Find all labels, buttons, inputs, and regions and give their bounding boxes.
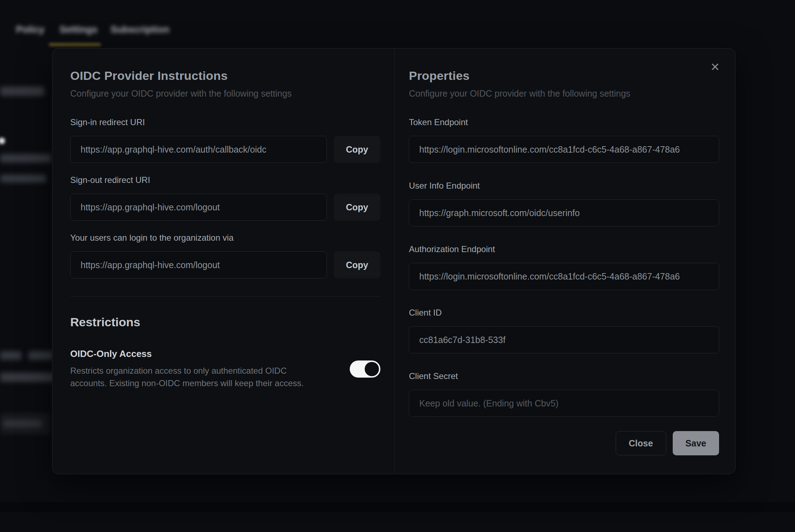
blurred-content <box>0 373 55 382</box>
save-button[interactable]: Save <box>673 431 719 455</box>
oidc-only-access-text: OIDC-Only Access Restricts organization … <box>70 348 320 389</box>
authorization-endpoint-row <box>409 263 719 290</box>
blurred-content <box>0 138 5 144</box>
blurred-content <box>0 87 45 96</box>
client-secret-label: Client Secret <box>409 371 719 381</box>
oidc-provider-modal: ✕ OIDC Provider Instructions Configure y… <box>52 48 735 474</box>
client-id-label: Client ID <box>409 308 719 318</box>
sign-out-redirect-uri-input[interactable] <box>70 194 327 221</box>
oidc-only-access-description: Restricts organization access to only au… <box>70 364 320 389</box>
blurred-content <box>0 154 52 163</box>
close-icon: ✕ <box>711 61 720 73</box>
blurred-content <box>29 351 53 360</box>
copy-button[interactable]: Copy <box>334 136 380 163</box>
client-id-input[interactable] <box>409 326 719 353</box>
user-info-endpoint-input[interactable] <box>409 199 719 226</box>
blurred-content <box>3 420 42 427</box>
copy-button[interactable]: Copy <box>334 251 380 278</box>
client-secret-row <box>409 390 719 417</box>
properties-title: Properties <box>409 69 719 83</box>
properties-subtitle: Configure your OIDC provider with the fo… <box>409 88 719 99</box>
tab-settings[interactable]: Settings <box>60 24 98 35</box>
login-via-label: Your users can login to the organization… <box>70 233 380 243</box>
active-tab-indicator <box>49 44 101 46</box>
instructions-subtitle: Configure your OIDC provider with the fo… <box>70 88 380 99</box>
tab-policy[interactable]: Policy <box>16 24 45 35</box>
token-endpoint-input[interactable] <box>409 136 719 163</box>
tab-subscription[interactable]: Subscription <box>111 24 169 35</box>
authorization-endpoint-label: Authorization Endpoint <box>409 244 719 254</box>
user-info-endpoint-label: User Info Endpoint <box>409 181 719 191</box>
user-info-endpoint-row <box>409 199 719 226</box>
sign-out-redirect-uri-row: Copy <box>70 194 380 221</box>
restrictions-heading: Restrictions <box>70 315 380 329</box>
copy-button[interactable]: Copy <box>334 194 380 221</box>
token-endpoint-row <box>409 136 719 163</box>
instructions-title: OIDC Provider Instructions <box>70 69 380 83</box>
oidc-only-access-toggle[interactable] <box>350 360 380 378</box>
token-endpoint-label: Token Endpoint <box>409 117 719 127</box>
instructions-column: OIDC Provider Instructions Configure you… <box>52 48 395 474</box>
properties-column: Properties Configure your OIDC provider … <box>395 48 736 474</box>
modal-close-button[interactable]: ✕ <box>706 58 724 76</box>
authorization-endpoint-input[interactable] <box>409 263 719 290</box>
sign-out-redirect-uri-label: Sign-out redirect URI <box>70 175 380 185</box>
blurred-content <box>0 175 46 183</box>
modal-actions: Close Save <box>409 431 719 455</box>
client-id-row <box>409 326 719 353</box>
toggle-thumb <box>365 362 379 376</box>
sign-in-redirect-uri-row: Copy <box>70 136 380 163</box>
oidc-only-access-label: OIDC-Only Access <box>70 348 320 359</box>
blurred-content <box>0 351 21 360</box>
sign-in-redirect-uri-label: Sign-in redirect URI <box>70 117 380 127</box>
login-via-row: Copy <box>70 251 380 278</box>
section-divider <box>70 296 380 297</box>
close-button[interactable]: Close <box>616 431 666 455</box>
page-footer-seam <box>0 502 795 513</box>
sign-in-redirect-uri-input[interactable] <box>70 136 327 163</box>
login-via-input[interactable] <box>70 251 327 278</box>
oidc-only-access-row: OIDC-Only Access Restricts organization … <box>70 348 380 389</box>
client-secret-input[interactable] <box>409 390 719 417</box>
